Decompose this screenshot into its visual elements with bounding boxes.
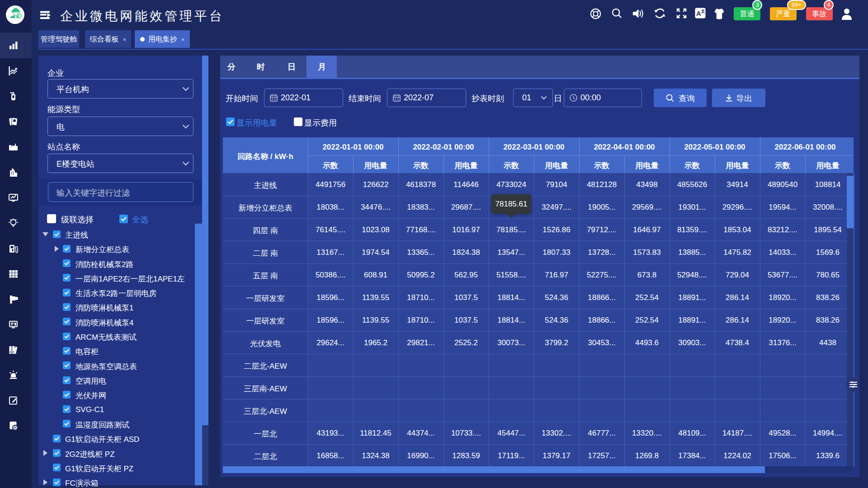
- svg-text:文: 文: [700, 9, 705, 14]
- svg-text:A: A: [696, 10, 701, 17]
